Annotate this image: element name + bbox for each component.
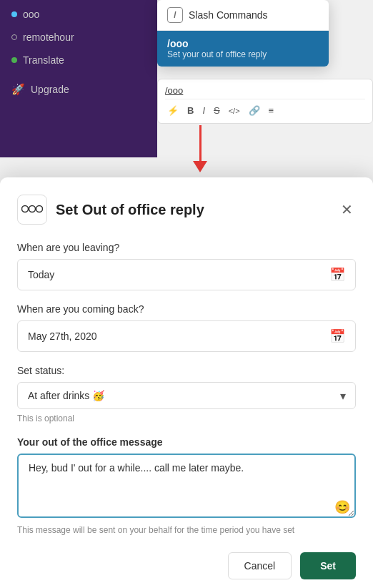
textarea-wrapper: 😊: [17, 454, 356, 521]
svg-point-0: [22, 206, 29, 212]
slash-commands-header: / Slash Commands: [157, 0, 329, 31]
toolbar-list-icon[interactable]: ≡: [267, 104, 277, 117]
message-field-group: Your out of the office message 😊 This me…: [17, 436, 356, 535]
set-button[interactable]: Set: [300, 552, 356, 579]
leaving-calendar-icon: 📅: [329, 267, 345, 283]
chat-input-area: /ooo ⚡ B I S </> 🔗 ≡: [157, 79, 373, 124]
modal-title-group: Set Out of office reply: [17, 195, 204, 225]
sidebar-item-label-translate: Translate: [23, 54, 64, 66]
toolbar-strikethrough-icon[interactable]: S: [212, 104, 222, 117]
slash-commands-title: Slash Commands: [189, 9, 268, 21]
chat-toolbar: ⚡ B I S </> 🔗 ≡: [165, 104, 365, 117]
status-field-group: Set status: At after drinks 🥳 On vacatio…: [17, 365, 356, 423]
sidebar-item-ooo[interactable]: ooo: [0, 3, 157, 26]
chat-input-command: /ooo: [165, 85, 365, 99]
arrow-indicator: [193, 125, 207, 172]
ooo-dot: [11, 11, 17, 17]
toolbar-code-icon[interactable]: </>: [227, 105, 242, 117]
message-label: Your out of the office message: [17, 436, 356, 448]
cancel-button[interactable]: Cancel: [228, 552, 292, 579]
toolbar-link-icon[interactable]: 🔗: [247, 104, 262, 117]
modal-header: Set Out of office reply ✕: [17, 195, 356, 225]
toolbar-bold-icon[interactable]: B: [185, 104, 196, 117]
sidebar-item-upgrade[interactable]: 🚀 Upgrade: [0, 77, 157, 102]
remotehour-dot: [11, 34, 17, 40]
message-hint: This message will be sent on your behalf…: [17, 525, 356, 535]
leaving-date-value: Today: [28, 269, 54, 280]
modal-close-button[interactable]: ✕: [338, 198, 356, 221]
sidebar-item-translate[interactable]: Translate: [0, 49, 157, 72]
status-label: Set status:: [17, 365, 356, 376]
status-select-wrapper: At after drinks 🥳 On vacation Sick day ▾: [17, 382, 356, 409]
modal-dialog: Set Out of office reply ✕ When are you l…: [0, 177, 373, 588]
message-textarea[interactable]: [17, 454, 356, 518]
sidebar: ooo remotehour Translate 🚀 Upgrade: [0, 0, 157, 102]
leaving-date-input[interactable]: Today 📅: [17, 259, 356, 290]
ooo-logo: [17, 195, 47, 225]
leaving-label: When are you leaving?: [17, 242, 356, 253]
coming-back-date-input[interactable]: May 27th, 2020 📅: [17, 320, 356, 352]
status-hint: This is optional: [17, 413, 356, 423]
arrow-line: [199, 125, 202, 161]
slash-commands-popup: / Slash Commands /ooo Set your out of of…: [157, 0, 329, 67]
slash-cmd-text: /ooo: [167, 38, 319, 49]
toolbar-lightning-icon[interactable]: ⚡: [165, 104, 181, 117]
sidebar-item-remotehour[interactable]: remotehour: [0, 26, 157, 49]
arrow-head: [193, 161, 207, 172]
slash-cmd-description: Set your out of office reply: [167, 49, 319, 59]
rocket-icon: 🚀: [11, 83, 25, 96]
slash-icon: /: [167, 7, 183, 23]
coming-back-date-value: May 27th, 2020: [28, 330, 97, 342]
sidebar-item-label-upgrade: Upgrade: [31, 84, 69, 95]
toolbar-italic-icon[interactable]: I: [200, 104, 207, 117]
sidebar-item-label-remotehour: remotehour: [23, 31, 74, 43]
modal-title: Set Out of office reply: [56, 202, 204, 218]
sidebar-item-label-ooo: ooo: [23, 9, 39, 20]
svg-point-1: [29, 206, 36, 212]
coming-back-label: When are you coming back?: [17, 303, 356, 315]
status-select[interactable]: At after drinks 🥳 On vacation Sick day: [17, 382, 356, 409]
slash-command-ooo[interactable]: /ooo Set your out of office reply: [157, 31, 329, 67]
translate-dot: [11, 57, 17, 63]
coming-back-field-group: When are you coming back? May 27th, 2020…: [17, 303, 356, 352]
chat-input-cmd-text: /ooo: [165, 85, 183, 96]
modal-footer: Cancel Set: [17, 552, 356, 579]
leaving-field-group: When are you leaving? Today 📅: [17, 242, 356, 290]
coming-back-calendar-icon: 📅: [329, 328, 345, 344]
emoji-icon[interactable]: 😊: [334, 499, 350, 515]
svg-point-2: [36, 206, 43, 212]
ooo-logo-text: [21, 204, 43, 215]
